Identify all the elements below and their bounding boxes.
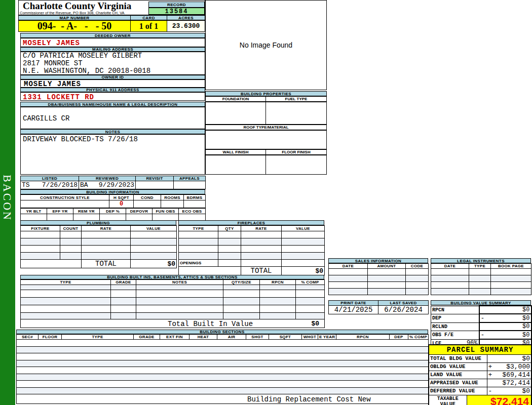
depovr-header: DEPOVR (126, 209, 153, 214)
mailing-address-line-2: 2817 MONROE ST (23, 60, 203, 67)
mailing-address-value[interactable]: C/O PATRICIA MOSELEY GILBERT 2817 MONROE… (20, 52, 205, 75)
construction-style-value[interactable] (21, 200, 109, 208)
notes-value[interactable]: DRIVEWAY BLOCKED-TS 7/26/18 (20, 134, 205, 175)
foundation-label: FOUNDATION (205, 96, 266, 102)
acres-value[interactable]: 23.6300 (167, 20, 205, 32)
fireplaces-type-header: TYPE (179, 226, 218, 231)
wall-finish-value[interactable] (205, 155, 266, 175)
building-properties-title: BUILDING PROPERTIES (205, 91, 327, 96)
card-value[interactable]: 1 of 1 (130, 20, 167, 32)
air-header: AIR (217, 335, 246, 340)
built-ins-title: BUILDING BUILT INS, BASEMENTS, ATTICS & … (20, 275, 324, 279)
yrblt-header: YR BLT (21, 209, 47, 214)
shgt-header: SHGT (246, 335, 269, 340)
mailing-address-line-3: N.E. WASHINGTON, DC 20018-0018 (23, 67, 203, 75)
revisit-value[interactable] (136, 181, 174, 189)
legal-table: DATE TYPE BOOK PAGE (431, 263, 531, 295)
built-ins-type-header: TYPE (21, 280, 111, 285)
bvs-row-rpcn: RPCN $0 (431, 306, 531, 314)
building-value-summary-title: BUILDING VALUE SUMMARY (431, 300, 531, 305)
extfin-header: EXT FIN (160, 335, 189, 340)
plumbing-table: FIXTURE COUNT RATE VALUE TOTAL $0 (20, 225, 176, 268)
property-photo-placeholder: No Image Found (205, 0, 327, 90)
listed-value[interactable]: TS7/26/2018 (21, 181, 79, 189)
visits-table: LISTED REVIEWED REVISIT APPEALS TS7/26/2… (20, 176, 205, 189)
mailing-address-line-1: C/O PATRICIA MOSELEY GILBERT (23, 52, 203, 60)
dep-header: DEP (390, 335, 408, 340)
eyear-header: E YEAR (318, 335, 336, 340)
hsqft-value[interactable]: 0 (109, 200, 134, 208)
built-ins-rpcn-header: RPCN (260, 280, 296, 285)
funobs-header: FUN OBS (153, 209, 179, 214)
plumbing-rate-header: RATE (82, 226, 131, 231)
foundation-value[interactable] (205, 102, 266, 125)
legal-date-header: DATE (431, 264, 469, 269)
taxable-value-label: TAXABLE VALUE (429, 395, 467, 405)
built-ins-total-row: Total Built In Value $0 (21, 319, 325, 328)
appeals-value[interactable] (174, 181, 206, 189)
fireplaces-row (179, 253, 325, 260)
funobs-value[interactable] (153, 214, 179, 221)
last-saved-label: LAST SAVED (378, 301, 429, 306)
map-number-value[interactable]: 094- - A- - - 50 (18, 20, 131, 32)
bvs-row-obs: OBS F/E -$0 (431, 331, 531, 339)
effyr-value[interactable] (47, 214, 73, 221)
sales-row (329, 289, 429, 295)
plumbing-total-row: TOTAL $0 (21, 260, 177, 268)
building-sections-row (17, 340, 429, 347)
appeals-label: APPEALS (174, 176, 206, 181)
mailing-address-label: MAILING ADDRESS (20, 47, 205, 52)
ecoobs-header: ECO OBS (179, 209, 206, 214)
dep-pct-value[interactable] (100, 214, 126, 221)
revisit-label: REVISIT (136, 176, 174, 181)
hsqft-header: H SQFT (109, 195, 134, 200)
parcel-row-obldg: OBLDG VALUE +$3,000 (429, 362, 531, 371)
bvs-row-rclnd: RCLND $0 (431, 322, 531, 331)
dba-value[interactable]: CARGILLS CR (20, 107, 205, 129)
ecoobs-value[interactable] (179, 214, 206, 221)
yrblt-value[interactable] (21, 214, 47, 221)
plumbing-title: PLUMBING (20, 220, 176, 225)
reviewed-value[interactable]: BA9/29/2023 (79, 181, 136, 189)
owner-id-value[interactable]: MOSELY JAMES (20, 79, 205, 88)
replacement-cost-label: Building Replacement Cost New (247, 395, 371, 403)
fireplaces-row (179, 231, 325, 238)
construction-style-header: CONSTRUCTION STYLE (21, 195, 109, 200)
parcel-row-taxable: TAXABLE VALUE $72,414 (429, 395, 531, 405)
floor-finish-value[interactable] (265, 155, 327, 175)
acres-label: ACRES (167, 15, 205, 20)
record-value[interactable]: 13584 (148, 8, 205, 15)
legal-title: LEGAL INSTRUMENTS (431, 258, 531, 263)
listed-label: LISTED (21, 176, 79, 181)
sales-amount-header: AMOUNT (368, 264, 406, 269)
parcel-row-land: LAND VALUE +$69,414 (429, 371, 531, 379)
building-value-summary-table: RPCN $0 DEP -$0 RCLND $0 OBS F/E -$0 LCF… (431, 305, 531, 348)
depovr-value[interactable] (126, 214, 153, 221)
map-number-label: MAP NUMBER (18, 15, 131, 20)
fireplaces-total-row: TOTAL $0 (179, 267, 325, 275)
type-header: TYPE (62, 335, 134, 340)
sec-header: SEC# (17, 335, 39, 340)
whgt-header: WHGT (302, 335, 318, 340)
rooms-value[interactable] (161, 200, 184, 208)
dba-label: DBA/BUISNESS NAME/HOUSE NAME & LEGAL DES… (20, 102, 205, 107)
physical-address-value[interactable]: 1331 LOCKETT RD (20, 92, 205, 101)
bdrms-value[interactable] (184, 200, 206, 208)
rpcn-header: RPCN (336, 335, 390, 340)
dates-table: PRINT DATE LAST SAVED 4/21/2025 6/26/202… (328, 300, 428, 314)
fireplaces-openings-row: OPENINGS (179, 260, 325, 267)
building-sections-row (17, 374, 429, 381)
property-record-card: BACON Charlotte County Virginia Commissi… (0, 0, 532, 405)
roof-type-value[interactable] (205, 130, 327, 149)
cond-value[interactable] (134, 200, 161, 208)
fuel-type-label: FUEL TYPE (265, 96, 327, 102)
remyr-value[interactable] (73, 214, 100, 221)
sales-title: SALES INFORMATION (328, 258, 428, 263)
legal-row (431, 269, 531, 275)
print-date-label: PRINT DATE (329, 301, 378, 306)
deeded-owner-value[interactable]: MOSELY JAMES (20, 38, 205, 47)
building-sections-table: SEC# FLOOR TYPE GRADE EXT FIN HEAT AIR S… (16, 334, 428, 404)
sales-row (329, 282, 429, 289)
fuel-type-value[interactable] (265, 102, 327, 125)
fireplaces-total-label: TOTAL (241, 267, 282, 275)
